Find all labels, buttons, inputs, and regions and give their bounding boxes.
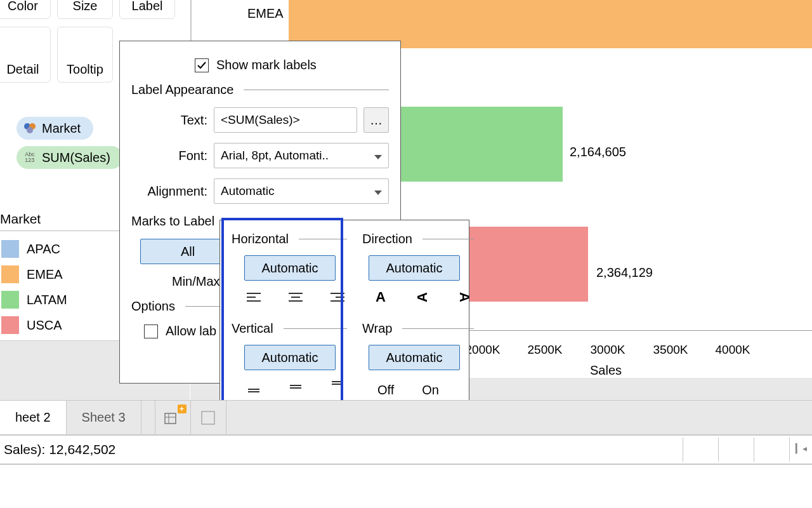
pager-first-icon[interactable]: ▎◂ <box>794 441 808 455</box>
section-header-direction: Direction <box>362 232 474 246</box>
bar-label-latam: 2,164,605 <box>570 145 626 159</box>
status-cell <box>683 438 718 462</box>
field-label-font: Font: <box>131 149 207 163</box>
wrap-on-option[interactable]: On <box>422 383 439 398</box>
vertical-automatic-button[interactable]: Automatic <box>244 345 336 370</box>
pager: ▎◂ <box>794 441 808 455</box>
valign-middle-icon[interactable] <box>286 379 305 394</box>
sheet-tabs-bar: heet 2 Sheet 3 + <box>0 400 812 436</box>
marks-card-detail[interactable]: Detail <box>0 27 51 83</box>
axis-tick: 4000K <box>716 343 750 357</box>
row-header-emea[interactable]: EMEA <box>247 6 284 21</box>
swatch <box>1 291 19 309</box>
text-more-button[interactable]: … <box>363 107 389 133</box>
allow-labels-checkbox[interactable] <box>144 324 158 338</box>
alignment-select[interactable]: Automatic <box>214 178 389 204</box>
section-header-appearance: Label Appearance <box>131 83 389 97</box>
font-select[interactable]: Arial, 8pt, Automati.. <box>214 143 389 168</box>
tab-sheet3[interactable]: Sheet 3 <box>67 401 141 434</box>
marks-card-detail-label: Detail <box>6 62 39 77</box>
section-header-horizontal: Horizontal <box>232 232 347 246</box>
field-label-text: Text: <box>131 113 207 128</box>
label-text-input[interactable]: <SUM(Sales)> <box>214 107 357 133</box>
chevron-down-icon <box>374 149 382 163</box>
swatch <box>1 316 19 334</box>
status-cell <box>718 438 754 462</box>
direction-rotate-left-icon[interactable]: A <box>415 288 430 307</box>
valign-bottom-icon[interactable] <box>244 379 263 394</box>
horizontal-automatic-button[interactable]: Automatic <box>244 255 336 281</box>
direction-rotate-right-icon[interactable]: A <box>457 288 472 307</box>
legend-title: Market <box>0 209 41 229</box>
svg-point-7 <box>27 127 33 133</box>
align-left-icon[interactable] <box>244 290 263 305</box>
marks-card-tooltip[interactable]: Tooltip <box>57 27 113 83</box>
section-header-vertical: Vertical <box>232 321 347 336</box>
bar-label-usca: 2,364,129 <box>596 265 653 280</box>
allow-labels-label: Allow lab <box>166 324 216 338</box>
status-text: Sales): 12,642,502 <box>4 442 115 457</box>
marks-card-color[interactable]: Color <box>0 0 51 19</box>
ellipsis-icon: … <box>370 113 383 128</box>
direction-normal-icon[interactable]: A <box>371 290 390 305</box>
svg-rect-25 <box>165 413 176 424</box>
new-dashboard-icon <box>201 411 215 425</box>
marks-card-label[interactable]: Abc123 Label <box>119 0 175 19</box>
svg-rect-28 <box>202 411 214 424</box>
tab-sheet2[interactable]: heet 2 <box>0 401 67 434</box>
swatch <box>1 265 19 283</box>
new-worksheet-button[interactable]: + <box>155 401 191 434</box>
label-icon: Abc 123 <box>23 152 37 163</box>
chevron-down-icon <box>374 184 382 198</box>
axis-tick: 3000K <box>591 343 625 357</box>
wrap-off-option[interactable]: Off <box>377 383 394 398</box>
status-bar: Sales): 12,642,502 <box>0 436 812 465</box>
x-axis-title: Sales <box>590 363 622 378</box>
direction-automatic-button[interactable]: Automatic <box>369 255 460 281</box>
marks-card-size-label: Size <box>73 0 98 13</box>
pill-label: SUM(Sales) <box>42 150 110 165</box>
pill-label: Market <box>42 121 81 136</box>
wrap-automatic-button[interactable]: Automatic <box>369 345 460 370</box>
marks-card-label-label: Label <box>132 0 163 13</box>
marks-card-tooltip-label: Tooltip <box>67 62 103 77</box>
swatch <box>1 240 19 258</box>
align-right-icon[interactable] <box>328 290 347 305</box>
align-center-icon[interactable] <box>286 290 305 305</box>
show-mark-labels-checkbox[interactable] <box>195 58 209 72</box>
new-dashboard-button[interactable] <box>191 401 226 434</box>
color-icon <box>23 123 37 134</box>
marks-card-size[interactable]: Size <box>57 0 113 19</box>
status-cell <box>754 438 789 462</box>
field-label-alignment: Alignment: <box>131 184 207 199</box>
valign-top-icon[interactable] <box>328 379 347 394</box>
pill-sum-sales[interactable]: Abc 123 SUM(Sales) <box>16 146 123 169</box>
axis-tick: 2500K <box>528 343 563 357</box>
show-mark-labels-label: Show mark labels <box>216 58 317 72</box>
axis-tick: 3500K <box>653 343 688 357</box>
marks-card-color-label: Color <box>8 0 38 13</box>
section-header-wrap: Wrap <box>362 321 474 336</box>
pill-market[interactable]: Market <box>16 117 93 140</box>
